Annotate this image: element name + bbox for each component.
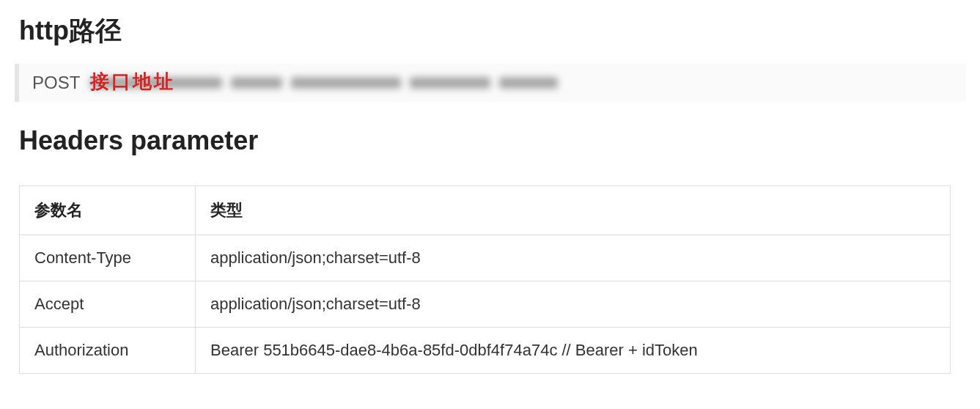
table-cell-type: application/json;charset=utf-8 [196, 281, 951, 328]
endpoint-overlay-label: 接口地址 [90, 69, 175, 95]
table-cell-type: application/json;charset=utf-8 [196, 235, 951, 281]
http-path-block: POST 接口地址 [15, 64, 965, 102]
table-row: Authorization Bearer 551b6645-dae8-4b6a-… [20, 328, 951, 374]
table-row: Content-Type application/json;charset=ut… [20, 235, 951, 281]
table-cell-type: Bearer 551b6645-dae8-4b6a-85fd-0dbf4f74a… [196, 328, 951, 374]
table-header-type: 类型 [196, 186, 951, 235]
section-title-headers-parameter: Headers parameter [19, 125, 965, 156]
table-cell-param: Authorization [20, 328, 196, 374]
table-row: Accept application/json;charset=utf-8 [20, 281, 951, 328]
table-header-param: 参数名 [20, 186, 196, 235]
table-cell-param: Content-Type [20, 235, 196, 281]
headers-parameter-table: 参数名 类型 Content-Type application/json;cha… [19, 185, 951, 374]
section-title-http-path: http路径 [19, 13, 965, 49]
table-cell-param: Accept [20, 281, 196, 328]
table-header-row: 参数名 类型 [20, 186, 951, 235]
endpoint-url-wrap: 接口地址 [90, 73, 559, 92]
http-method-label: POST [32, 73, 80, 93]
